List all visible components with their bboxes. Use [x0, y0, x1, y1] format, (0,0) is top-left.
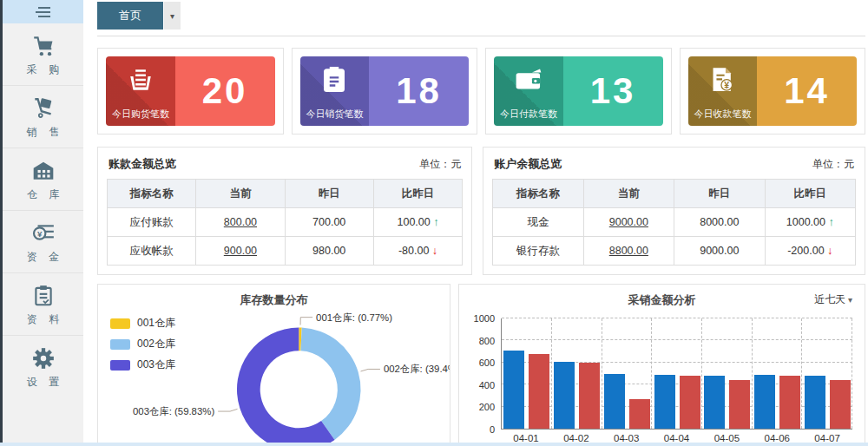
bar-group-04-05	[702, 318, 753, 429]
bar-采购-04-06	[754, 375, 775, 429]
bar-chart-body: 02004006008001000	[471, 318, 852, 430]
kpi-card-value: 13	[590, 70, 636, 112]
app-root: 采 购销 售仓 库¥资 金资 料设 置 首页 今日购货笔数 20	[0, 0, 868, 446]
table-row: 银行存款 8800.00 9000.00 -200.00 ↓	[493, 237, 856, 266]
bar-销售-04-03	[629, 399, 650, 429]
label-leader-line	[300, 318, 312, 325]
table-header-cell: 当前	[196, 180, 285, 208]
dolly-icon	[31, 96, 56, 121]
sidebar-item-funds[interactable]: ¥资 金	[3, 210, 83, 272]
kpi-card-panel-payment-count: 今日付款笔数 13	[485, 48, 672, 134]
trend-down-arrow-icon: ↓	[827, 245, 832, 257]
label-leader-line	[361, 369, 380, 371]
tab-home[interactable]: 首页	[97, 2, 163, 30]
sidebar-item-warehouse[interactable]: 仓 库	[3, 148, 83, 210]
kpi-card-icon-block: 今日购货笔数	[106, 56, 175, 126]
receipt-icon: ¥	[707, 65, 737, 95]
slice-callout-label: 001仓库: (0.77%)	[316, 312, 392, 323]
kpi-card-payment-count[interactable]: 今日付款笔数 13	[494, 56, 663, 126]
sidebar-collapse-button[interactable]	[3, 0, 83, 23]
sidebar-nav: 采 购销 售仓 库¥资 金资 料设 置	[3, 23, 83, 397]
kpi-card-value-block: 13	[563, 56, 663, 126]
kpi-card-purchase-count[interactable]: 今日购货笔数 20	[106, 56, 275, 126]
sidebar-item-purchase[interactable]: 采 购	[3, 23, 83, 85]
kpi-card-value-block: 18	[369, 56, 469, 126]
row-name: 现金	[493, 208, 583, 237]
bar-销售-04-02	[579, 363, 600, 429]
legend-label: 001仓库	[137, 316, 175, 331]
y-axis-tick-label: 1000	[474, 313, 495, 324]
delta-value: 100.00 ↑	[373, 208, 462, 237]
table-unit-label: 单位：元	[419, 157, 461, 172]
yesterday-value: 8000.00	[674, 208, 765, 237]
svg-text:¥: ¥	[725, 81, 730, 90]
trend-up-arrow-icon: ↑	[828, 216, 833, 228]
kpi-card-label: 今日付款笔数	[500, 108, 557, 121]
table-panel-account-balance: 账户余额总览 单位：元 指标名称当前昨日比昨日 现金 9000.00 8000.…	[483, 147, 865, 275]
table-row: 现金 9000.00 8000.00 1000.00 ↑	[493, 208, 856, 237]
legend-swatch	[110, 360, 130, 371]
main-area: 首页 今日购货笔数 20 今日销货笔数	[83, 0, 868, 446]
current-value-link[interactable]: 900.00	[224, 245, 257, 257]
bar-chart-header: 采销金额分析 近七天	[471, 285, 852, 308]
y-axis-tick-label: 200	[479, 402, 495, 412]
delta-value: -80.00 ↓	[373, 237, 462, 266]
kpi-card-sales-count[interactable]: 今日销货笔数 18	[300, 56, 470, 126]
bar-销售-04-05	[729, 380, 750, 430]
current-value-link[interactable]: 9000.00	[609, 216, 648, 228]
kpi-card-icon-block: 今日销货笔数	[300, 56, 370, 126]
bar-group-04-07	[802, 318, 852, 429]
table-header-cell: 昨日	[285, 180, 373, 208]
bar-采购-04-05	[704, 376, 725, 429]
kpi-cards-row: 今日购货笔数 20 今日销货笔数 18 今日付款笔数	[97, 48, 865, 134]
warehouse-icon	[31, 159, 56, 183]
bar-chart-panel: 采销金额分析 近七天 02004006008001000 04-0104-020…	[458, 284, 865, 446]
kpi-card-icon-block: ¥ 今日收款笔数	[688, 56, 758, 126]
sidebar-item-settings[interactable]: 设 置	[3, 335, 83, 397]
y-axis-tick-label: 400	[479, 380, 495, 390]
pie-chart-title: 库存数量分布	[98, 285, 450, 308]
legend-label: 003仓库	[137, 357, 175, 372]
y-axis-tick-label: 800	[479, 336, 495, 346]
table-title: 账款金额总览	[108, 156, 176, 172]
tab-home-label: 首页	[119, 9, 141, 22]
bar-销售-04-04	[680, 376, 700, 429]
kpi-card-label: 今日购货笔数	[112, 108, 169, 121]
current-value-link[interactable]: 800.00	[224, 216, 257, 228]
sidebar-item-label: 销 售	[3, 125, 83, 140]
row-name: 应收帐款	[108, 237, 196, 266]
kpi-card-receipt-count[interactable]: ¥ 今日收款笔数 14	[688, 56, 858, 126]
sidebar-item-sales[interactable]: 销 售	[3, 85, 83, 148]
pie-legend-item-002仓库[interactable]: 002仓库	[110, 337, 175, 351]
sidebar-item-label: 资 金	[3, 250, 83, 265]
bar-销售-04-07	[830, 380, 851, 430]
tab-dropdown-button[interactable]	[163, 2, 181, 30]
label-leader-line	[218, 409, 237, 411]
yesterday-value: 9000.00	[674, 237, 765, 266]
legend-label: 002仓库	[137, 337, 175, 351]
delta-value: 1000.00 ↑	[765, 208, 855, 237]
sidebar-item-data[interactable]: 资 料	[3, 272, 83, 335]
kpi-card-value-block: 14	[757, 56, 857, 126]
table-header-cell: 比昨日	[373, 180, 462, 208]
bar-销售-04-01	[529, 354, 549, 429]
svg-text:¥: ¥	[36, 229, 42, 239]
summary-table: 指标名称当前昨日比昨日 应付账款 800.00 700.00 100.00 ↑ …	[107, 179, 463, 266]
kpi-card-value: 18	[396, 70, 442, 112]
yesterday-value: 980.00	[285, 237, 373, 266]
table-row: 应收帐款 900.00 980.00 -80.00 ↓	[108, 237, 463, 266]
pie-legend-item-003仓库[interactable]: 003仓库	[110, 357, 175, 372]
current-value-link[interactable]: 8800.00	[609, 245, 648, 257]
pie-legend-item-001仓库[interactable]: 001仓库	[110, 316, 175, 331]
bar-采购-04-03	[604, 374, 625, 429]
sidebar-item-label: 仓 库	[3, 187, 83, 202]
bar-group-04-06	[753, 318, 803, 429]
menu-collapse-icon	[35, 6, 52, 18]
inbox-doc-icon	[126, 65, 155, 95]
bottom-edge-strip	[0, 443, 868, 446]
donut-slice-002仓库	[300, 328, 360, 440]
kpi-card-value-block: 20	[175, 56, 275, 126]
bar-采购-04-01	[503, 351, 524, 429]
slice-callout-label: 002仓库: (39.4%)	[384, 364, 450, 374]
kpi-card-label: 今日销货笔数	[306, 108, 364, 121]
